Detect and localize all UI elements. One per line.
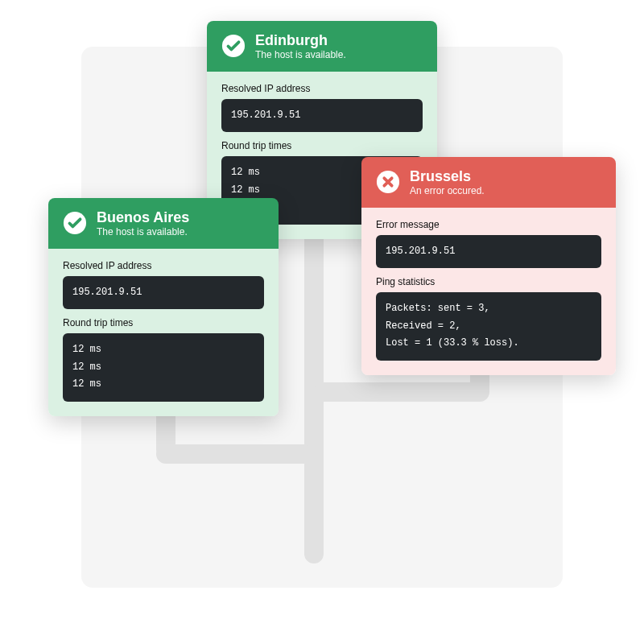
card-title: Buenos Aires — [97, 209, 189, 226]
card-title: Edinburgh — [255, 32, 346, 49]
ping-stats-values: Packets: sent = 3, Received = 2, Lost = … — [376, 292, 601, 361]
connector-line — [156, 444, 314, 464]
rtt-label: Round trip times — [63, 317, 264, 328]
card-body: Resolved IP address 195.201.9.51 Round t… — [48, 249, 279, 416]
ip-value: 195.201.9.51 — [221, 99, 423, 133]
card-subtitle: An error occured. — [410, 185, 485, 196]
status-card-buenos-aires: Buenos Aires The host is available. Reso… — [48, 198, 279, 416]
error-value: 195.201.9.51 — [376, 235, 601, 269]
rtt-label: Round trip times — [221, 140, 423, 151]
card-header: Edinburgh The host is available. — [207, 21, 437, 72]
error-label: Error message — [376, 219, 601, 230]
ip-label: Resolved IP address — [63, 260, 264, 271]
error-circle-icon — [376, 170, 400, 194]
ip-value: 195.201.9.51 — [63, 276, 264, 310]
card-body: Error message 195.201.9.51 Ping statisti… — [361, 208, 616, 375]
check-circle-icon — [221, 34, 246, 58]
status-card-brussels: Brussels An error occured. Error message… — [361, 157, 616, 375]
rtt-values: 12 ms 12 ms 12 ms — [63, 333, 264, 402]
card-header: Buenos Aires The host is available. — [48, 198, 279, 249]
card-title: Brussels — [410, 168, 485, 185]
connector-line — [314, 382, 489, 402]
card-subtitle: The host is available. — [255, 49, 346, 60]
ip-label: Resolved IP address — [221, 83, 423, 94]
card-header: Brussels An error occured. — [361, 157, 616, 208]
ping-stats-label: Ping statistics — [376, 276, 601, 287]
card-subtitle: The host is available. — [97, 226, 189, 237]
check-circle-icon — [63, 211, 87, 235]
stage: Edinburgh The host is available. Resolve… — [0, 0, 644, 644]
